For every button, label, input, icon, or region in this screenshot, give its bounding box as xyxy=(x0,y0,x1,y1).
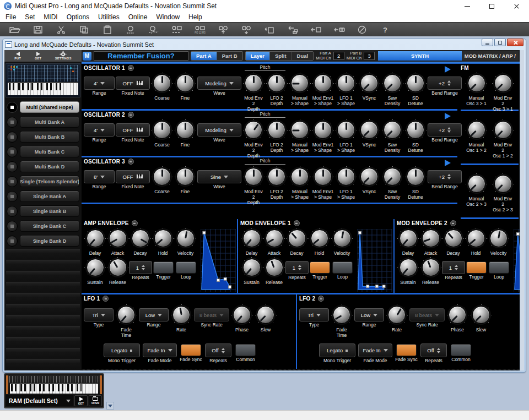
maximize-button[interactable] xyxy=(479,0,504,12)
toolbar-move-to-set-button[interactable] xyxy=(282,24,303,36)
toolbar-insert-key-button[interactable] xyxy=(328,24,349,36)
envelope-handle[interactable] xyxy=(217,279,220,282)
device-mini-image[interactable] xyxy=(6,375,102,394)
toolbar-open-button[interactable] xyxy=(4,24,25,36)
synth-device-image[interactable] xyxy=(6,63,80,97)
section-menu-icon[interactable] xyxy=(102,296,109,302)
knob-control[interactable] xyxy=(245,74,262,92)
knob-control[interactable] xyxy=(266,230,283,247)
knob-control[interactable] xyxy=(314,121,332,139)
knob-control[interactable] xyxy=(490,230,508,247)
knob-control[interactable] xyxy=(360,74,378,92)
knob-control[interactable] xyxy=(266,259,283,276)
device-open-button[interactable]: OPEN xyxy=(89,395,102,406)
bank-button-multi-bank-a[interactable]: Multi Bank A xyxy=(20,116,79,128)
bank-select-dot[interactable] xyxy=(7,236,18,247)
knob-control[interactable] xyxy=(472,306,490,324)
knob-control[interactable] xyxy=(468,74,485,92)
toolbar-paste-button[interactable] xyxy=(97,24,118,36)
page-tab-mod-matrix-arp[interactable]: MOD MATRIX / ARP / xyxy=(462,51,519,61)
button-common[interactable] xyxy=(235,344,256,356)
knob-control[interactable] xyxy=(422,259,440,276)
menu-item-set[interactable]: Set xyxy=(20,12,39,22)
dropdown-sync-rate[interactable]: 8 beats xyxy=(409,308,445,321)
dropdown-type[interactable]: Tri xyxy=(84,308,114,321)
knob-control[interactable] xyxy=(154,230,172,247)
stepper-repeats[interactable]: 1 xyxy=(285,261,309,274)
bank-select-dot[interactable] xyxy=(7,221,18,232)
envelope-handle[interactable] xyxy=(516,233,519,236)
section-menu-icon[interactable] xyxy=(128,159,134,165)
section-menu-icon[interactable] xyxy=(294,220,300,226)
sidebar-get-button[interactable]: GET xyxy=(35,52,41,60)
button-common[interactable] xyxy=(451,344,471,356)
knob-control[interactable] xyxy=(176,74,194,92)
device-get-button[interactable]: GET xyxy=(74,395,88,406)
dropdown-range[interactable]: 4' xyxy=(84,123,115,137)
knob-control[interactable] xyxy=(109,230,127,247)
knob-control[interactable] xyxy=(153,74,171,92)
bank-select-dot[interactable] xyxy=(7,132,18,143)
envelope-graph[interactable] xyxy=(201,229,236,292)
toolbar-insert-patch-button[interactable] xyxy=(305,24,326,36)
menu-item-file[interactable]: File xyxy=(1,12,20,22)
bank-button-single-bank-c[interactable]: Single Bank C xyxy=(20,220,79,232)
knob-control[interactable] xyxy=(407,121,424,139)
dropdown-mono-trigger[interactable]: Legato xyxy=(319,343,355,357)
stepper-repeats[interactable]: 1 xyxy=(442,261,465,274)
knob-control[interactable] xyxy=(291,121,309,139)
sidebar-settings-button[interactable]: SETTINGS xyxy=(55,52,72,60)
section-menu-icon[interactable] xyxy=(132,220,138,226)
button-loop[interactable] xyxy=(176,261,196,274)
dropdown-wave[interactable]: Sine xyxy=(197,170,241,183)
sidebar-put-button[interactable]: PUT xyxy=(14,52,21,60)
toolbar-cut-button[interactable] xyxy=(51,24,72,36)
fixed-note-control[interactable]: OFF xyxy=(116,123,150,137)
dropdown-wave[interactable]: Modeling xyxy=(197,77,241,90)
knob-control[interactable] xyxy=(400,259,417,276)
knob-control[interactable] xyxy=(176,121,194,139)
knob-control[interactable] xyxy=(384,121,401,139)
knob-control[interactable] xyxy=(177,230,195,247)
minimize-button[interactable] xyxy=(455,0,479,12)
menu-item-utilities[interactable]: Utilities xyxy=(94,12,124,22)
button-trigger[interactable] xyxy=(466,261,487,274)
button-loop[interactable] xyxy=(332,261,353,274)
button-fade-sync[interactable] xyxy=(396,344,417,356)
knob-control[interactable] xyxy=(245,168,262,186)
audition-play-icon[interactable] xyxy=(445,113,451,119)
knob-control[interactable] xyxy=(243,259,261,276)
stepper-bend-range[interactable]: +2 xyxy=(428,170,462,183)
menu-item-window[interactable]: Window xyxy=(152,12,184,22)
menu-item-options[interactable]: Options xyxy=(62,12,94,22)
audition-play-icon[interactable] xyxy=(445,66,451,73)
menu-item-midi[interactable]: MIDI xyxy=(39,12,62,22)
envelope-handle[interactable] xyxy=(366,285,369,288)
section-menu-icon[interactable] xyxy=(450,220,456,226)
midi-channel-value[interactable]: 3 xyxy=(364,52,375,60)
knob-control[interactable] xyxy=(407,74,424,92)
envelope-handle[interactable] xyxy=(229,286,231,288)
mdi-scroll-down-button[interactable] xyxy=(106,402,114,410)
fixed-note-control[interactable]: OFF xyxy=(116,170,150,183)
dropdown-range[interactable]: Low xyxy=(139,308,169,321)
dropdown-fade-mode[interactable]: Fade In xyxy=(358,343,392,357)
stepper-bend-range[interactable]: +2 xyxy=(428,77,462,90)
knob-control[interactable] xyxy=(153,121,171,139)
knob-control[interactable] xyxy=(445,230,462,247)
knob-control[interactable] xyxy=(449,306,466,324)
section-menu-icon[interactable] xyxy=(318,296,324,302)
bank-button-multi-bank-b[interactable]: Multi Bank B xyxy=(20,131,79,143)
bank-button-single-bank-d[interactable]: Single Bank D xyxy=(20,235,79,247)
bank-button-single-telcom-splendor[interactable]: Single (Telcom Splendor) xyxy=(20,176,79,187)
stepper-bend-range[interactable]: +2 xyxy=(428,123,462,137)
doc-minimize-button[interactable] xyxy=(482,39,493,46)
midi-channel-value[interactable]: 2 xyxy=(333,52,344,60)
envelope-graph[interactable] xyxy=(514,229,520,292)
bank-button-single-bank-b[interactable]: Single Bank B xyxy=(20,205,79,217)
toolbar-put-to-device-button[interactable] xyxy=(236,24,257,36)
envelope-graph[interactable] xyxy=(357,229,392,292)
bank-select-dot[interactable] xyxy=(7,146,18,157)
toolbar-revert-button[interactable] xyxy=(259,24,280,36)
bank-select-dot[interactable] xyxy=(7,117,18,128)
